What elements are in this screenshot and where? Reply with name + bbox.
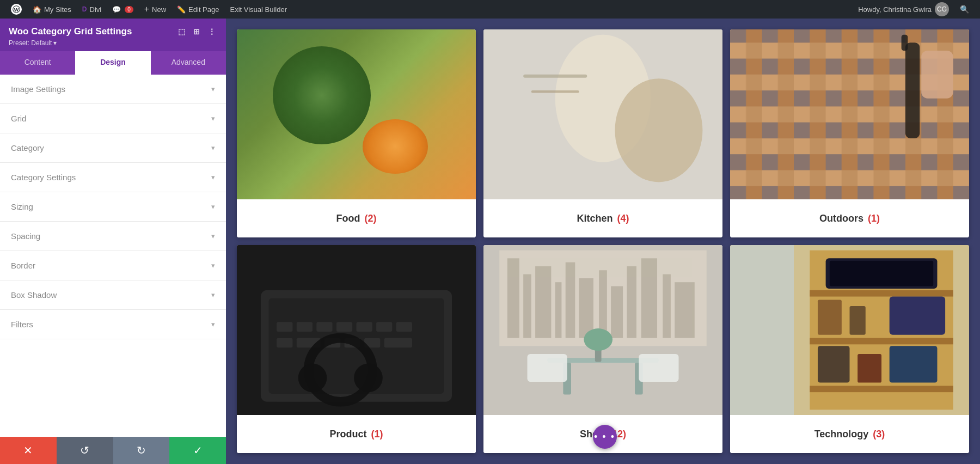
save-button[interactable]: ✓ bbox=[169, 437, 226, 464]
edit-page-label: Edit Page bbox=[188, 5, 219, 14]
cancel-icon: ✕ bbox=[23, 444, 33, 457]
category-count-kitchen: (4) bbox=[617, 213, 629, 224]
main-content: Food (2) Kitchen (4) bbox=[226, 19, 980, 464]
howdy-text: Howdy, Christina Gwira bbox=[858, 5, 932, 14]
category-card-kitchen[interactable]: Kitchen (4) bbox=[483, 29, 722, 237]
preset-chevron-icon: ▾ bbox=[53, 39, 57, 47]
category-card-food[interactable]: Food (2) bbox=[237, 29, 476, 237]
category-card-shop[interactable]: Shop (12) bbox=[483, 245, 722, 453]
howdy-greeting[interactable]: Howdy, Christina Gwira CG bbox=[854, 2, 953, 16]
section-image-settings-header[interactable]: Image Settings ▾ bbox=[0, 75, 226, 103]
category-image-food bbox=[237, 29, 476, 199]
home-icon: 🏠 bbox=[33, 5, 41, 14]
section-sizing-label: Sizing bbox=[11, 202, 33, 211]
divi-label: Divi bbox=[90, 5, 102, 14]
section-border: Border ▾ bbox=[0, 251, 226, 280]
section-category-header[interactable]: Category ▾ bbox=[0, 133, 226, 162]
svg-rect-6 bbox=[531, 90, 579, 93]
category-image-technology bbox=[730, 245, 969, 415]
preset-selector[interactable]: Preset: Default ▾ bbox=[9, 39, 217, 47]
svg-rect-60 bbox=[810, 290, 953, 297]
svg-rect-43 bbox=[599, 270, 607, 338]
exit-visual-builder-button[interactable]: Exit Visual Builder bbox=[225, 0, 291, 19]
undo-button[interactable]: ↺ bbox=[57, 437, 113, 464]
comment-count: 0 bbox=[125, 6, 133, 13]
search-icon: 🔍 bbox=[960, 5, 969, 14]
section-category-settings-chevron: ▾ bbox=[211, 173, 215, 181]
tab-design[interactable]: Design bbox=[75, 51, 150, 75]
divi-button[interactable]: D Divi bbox=[78, 0, 106, 19]
category-card-outdoors[interactable]: Outdoors (1) bbox=[730, 29, 969, 237]
admin-bar-right: Howdy, Christina Gwira CG 🔍 bbox=[854, 0, 973, 19]
wordpress-icon-button[interactable]: W bbox=[7, 0, 26, 19]
category-card-technology[interactable]: Technology (3) bbox=[730, 245, 969, 453]
dots-menu-button[interactable]: • • • bbox=[593, 425, 617, 449]
category-name-outdoors: Outdoors bbox=[819, 213, 863, 224]
my-sites-button[interactable]: 🏠 My Sites bbox=[28, 0, 76, 19]
my-sites-label: My Sites bbox=[44, 5, 71, 14]
svg-rect-68 bbox=[818, 346, 850, 382]
section-grid-header[interactable]: Grid ▾ bbox=[0, 104, 226, 133]
cancel-button[interactable]: ✕ bbox=[0, 437, 57, 464]
svg-rect-26 bbox=[277, 338, 292, 348]
svg-rect-14 bbox=[902, 35, 908, 51]
section-grid-chevron: ▾ bbox=[211, 114, 215, 123]
section-grid-label: Grid bbox=[11, 114, 26, 123]
new-button[interactable]: + New bbox=[140, 0, 170, 19]
section-box-shadow-label: Box Shadow bbox=[11, 290, 57, 300]
svg-rect-41 bbox=[566, 262, 575, 338]
food-decoration bbox=[237, 29, 476, 199]
exit-builder-label: Exit Visual Builder bbox=[230, 5, 287, 14]
category-name-food: Food bbox=[336, 213, 360, 224]
layout-icon[interactable]: ⊞ bbox=[191, 26, 202, 37]
preset-text: Preset: Default bbox=[9, 39, 52, 47]
divi-icon: D bbox=[82, 5, 87, 13]
section-category-settings-header[interactable]: Category Settings ▾ bbox=[0, 163, 226, 192]
svg-rect-48 bbox=[675, 282, 695, 338]
section-spacing-header[interactable]: Spacing ▾ bbox=[0, 222, 226, 251]
svg-rect-5 bbox=[523, 75, 587, 78]
category-label-kitchen: Kitchen (4) bbox=[483, 199, 722, 237]
section-spacing-label: Spacing bbox=[11, 231, 40, 241]
section-sizing-header[interactable]: Sizing ▾ bbox=[0, 192, 226, 221]
category-image-product bbox=[237, 245, 476, 415]
section-box-shadow: Box Shadow ▾ bbox=[0, 280, 226, 310]
section-border-chevron: ▾ bbox=[211, 261, 215, 270]
section-box-shadow-header[interactable]: Box Shadow ▾ bbox=[0, 280, 226, 309]
svg-rect-24 bbox=[376, 322, 392, 332]
wordpress-icon: W bbox=[11, 4, 22, 15]
redo-button[interactable]: ↻ bbox=[113, 437, 170, 464]
comment-icon: 💬 bbox=[112, 5, 121, 14]
category-name-product: Product bbox=[329, 429, 366, 440]
category-image-kitchen bbox=[483, 29, 722, 199]
category-image-shop bbox=[483, 245, 722, 415]
section-spacing-chevron: ▾ bbox=[211, 232, 215, 240]
svg-rect-61 bbox=[810, 338, 953, 345]
svg-rect-38 bbox=[523, 274, 531, 338]
admin-bar: W 🏠 My Sites D Divi 💬 0 + New ✏️ Edit Pa… bbox=[0, 0, 980, 19]
svg-rect-64 bbox=[830, 261, 933, 286]
svg-text:W: W bbox=[14, 7, 19, 13]
edit-page-button[interactable]: ✏️ Edit Page bbox=[173, 0, 223, 19]
tab-advanced[interactable]: Advanced bbox=[151, 51, 226, 75]
section-category-settings-label: Category Settings bbox=[11, 173, 76, 182]
svg-rect-15 bbox=[921, 51, 953, 99]
sidebar-actions: ✕ ↺ ↻ ✓ bbox=[0, 437, 226, 464]
section-image-settings-chevron: ▾ bbox=[211, 85, 215, 93]
tab-content[interactable]: Content bbox=[0, 51, 75, 75]
svg-rect-31 bbox=[384, 338, 412, 348]
resize-icon[interactable]: ⬚ bbox=[176, 26, 187, 37]
category-image-outdoors bbox=[730, 29, 969, 199]
section-filters-header[interactable]: Filters ▾ bbox=[0, 310, 226, 339]
section-box-shadow-chevron: ▾ bbox=[211, 291, 215, 299]
sidebar-content: Image Settings ▾ Grid ▾ Category ▾ Categ… bbox=[0, 75, 226, 437]
section-border-header[interactable]: Border ▾ bbox=[0, 251, 226, 280]
new-label: New bbox=[152, 5, 166, 14]
category-card-product[interactable]: Product (1) bbox=[237, 245, 476, 453]
svg-point-34 bbox=[354, 363, 383, 392]
admin-search-button[interactable]: 🔍 bbox=[955, 0, 973, 19]
category-label-product: Product (1) bbox=[237, 415, 476, 453]
more-options-icon[interactable]: ⋮ bbox=[206, 26, 217, 37]
section-category: Category ▾ bbox=[0, 133, 226, 163]
comments-button[interactable]: 💬 0 bbox=[108, 0, 138, 19]
